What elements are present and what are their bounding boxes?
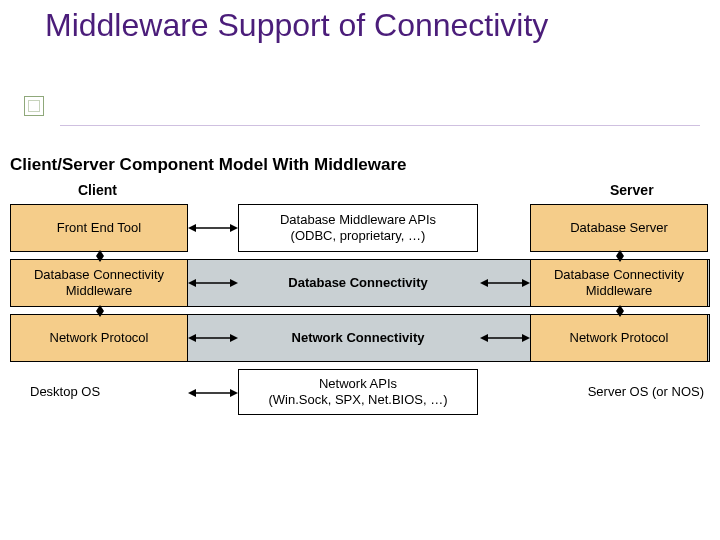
svg-marker-25 — [616, 250, 624, 256]
svg-marker-28 — [616, 305, 624, 311]
slide-title: Middleware Support of Connectivity — [45, 8, 548, 43]
svg-marker-20 — [96, 256, 104, 262]
svg-marker-16 — [188, 389, 196, 397]
svg-marker-17 — [230, 389, 238, 397]
arrow-r3-left — [188, 332, 238, 344]
svg-marker-7 — [480, 279, 488, 287]
arrow-r1-left-mid — [188, 222, 238, 234]
svg-marker-22 — [96, 305, 104, 311]
title-underline — [60, 125, 700, 126]
box-db-conn-mw-client: Database Connectivity Middleware — [10, 259, 188, 307]
svg-marker-19 — [96, 250, 104, 256]
arrow-vert-l-1-2 — [94, 250, 106, 262]
svg-marker-29 — [616, 311, 624, 317]
arrow-vert-l-2-3 — [94, 305, 106, 317]
svg-marker-2 — [230, 224, 238, 232]
arrow-vert-r-1-2 — [614, 250, 626, 262]
svg-marker-4 — [188, 279, 196, 287]
arrow-vert-r-2-3 — [614, 305, 626, 317]
svg-marker-14 — [522, 334, 530, 342]
label-network-connectivity: Network Connectivity — [238, 314, 478, 362]
box-net-protocol-server: Network Protocol — [530, 314, 708, 362]
column-header-client: Client — [78, 182, 117, 198]
svg-marker-1 — [188, 224, 196, 232]
diagram-subtitle: Client/Server Component Model With Middl… — [10, 155, 407, 175]
box-front-end-tool: Front End Tool — [10, 204, 188, 252]
svg-marker-23 — [96, 311, 104, 317]
label-desktop-os: Desktop OS — [10, 369, 188, 415]
svg-marker-26 — [616, 256, 624, 262]
arrow-r4-left-mid — [188, 387, 238, 399]
svg-marker-8 — [522, 279, 530, 287]
box-db-middleware-apis: Database Middleware APIs (ODBC, propriet… — [238, 204, 478, 252]
svg-marker-5 — [230, 279, 238, 287]
svg-marker-10 — [188, 334, 196, 342]
label-database-connectivity: Database Connectivity — [238, 259, 478, 307]
arrow-r3-right — [480, 332, 530, 344]
box-network-apis: Network APIs (Win.Sock, SPX, Net.BIOS, …… — [238, 369, 478, 415]
bullet-ornament — [24, 96, 44, 116]
label-server-os: Server OS (or NOS) — [530, 369, 708, 415]
column-header-server: Server — [610, 182, 654, 198]
arrow-r2-left — [188, 277, 238, 289]
box-db-conn-mw-server: Database Connectivity Middleware — [530, 259, 708, 307]
svg-marker-13 — [480, 334, 488, 342]
box-net-protocol-client: Network Protocol — [10, 314, 188, 362]
svg-marker-11 — [230, 334, 238, 342]
arrow-r2-right — [480, 277, 530, 289]
box-database-server: Database Server — [530, 204, 708, 252]
